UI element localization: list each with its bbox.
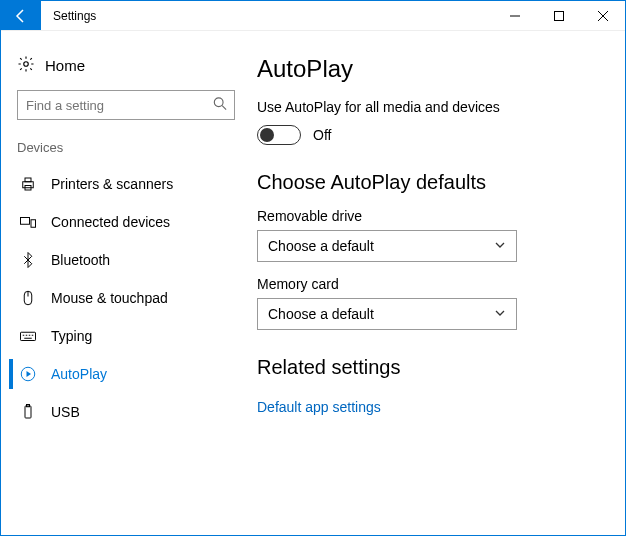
svg-rect-0 bbox=[555, 11, 564, 20]
sidebar-item-typing[interactable]: Typing bbox=[9, 317, 243, 355]
sidebar-nav: Printers & scanners Connected devices Bl… bbox=[9, 165, 243, 431]
search-wrap bbox=[17, 90, 235, 120]
settings-window: Settings Home bbox=[0, 0, 626, 536]
removable-drive-label: Removable drive bbox=[257, 208, 595, 224]
related-settings-heading: Related settings bbox=[257, 356, 595, 379]
page-title: AutoPlay bbox=[257, 55, 595, 83]
sidebar-item-label: Typing bbox=[51, 328, 92, 344]
titlebar: Settings bbox=[1, 1, 625, 31]
defaults-heading: Choose AutoPlay defaults bbox=[257, 171, 595, 194]
bluetooth-icon bbox=[19, 251, 37, 269]
search-input[interactable] bbox=[17, 90, 235, 120]
main-content: AutoPlay Use AutoPlay for all media and … bbox=[251, 31, 625, 535]
svg-rect-6 bbox=[21, 218, 30, 225]
default-app-settings-link[interactable]: Default app settings bbox=[257, 399, 381, 415]
select-value: Choose a default bbox=[268, 306, 374, 322]
maximize-icon bbox=[554, 11, 564, 21]
use-autoplay-label: Use AutoPlay for all media and devices bbox=[257, 99, 595, 115]
select-value: Choose a default bbox=[268, 238, 374, 254]
search-icon bbox=[213, 97, 227, 114]
sidebar-item-label: USB bbox=[51, 404, 80, 420]
printer-icon bbox=[19, 175, 37, 193]
home-label: Home bbox=[45, 57, 85, 74]
autoplay-toggle[interactable] bbox=[257, 125, 301, 145]
memory-card-label: Memory card bbox=[257, 276, 595, 292]
sidebar: Home Devices Printers & scanners Connect… bbox=[1, 31, 251, 535]
svg-rect-4 bbox=[25, 178, 31, 182]
sidebar-item-bluetooth[interactable]: Bluetooth bbox=[9, 241, 243, 279]
svg-point-2 bbox=[214, 98, 223, 107]
autoplay-icon bbox=[19, 365, 37, 383]
connected-devices-icon bbox=[19, 213, 37, 231]
sidebar-item-label: Mouse & touchpad bbox=[51, 290, 168, 306]
usb-icon bbox=[19, 403, 37, 421]
chevron-down-icon bbox=[494, 306, 506, 322]
svg-rect-7 bbox=[31, 220, 36, 228]
keyboard-icon bbox=[19, 327, 37, 345]
toggle-knob bbox=[260, 128, 274, 142]
svg-point-1 bbox=[24, 62, 29, 67]
sidebar-item-label: Connected devices bbox=[51, 214, 170, 230]
window-title: Settings bbox=[41, 1, 108, 30]
gear-icon bbox=[17, 55, 35, 76]
back-button[interactable] bbox=[1, 1, 41, 30]
mouse-icon bbox=[19, 289, 37, 307]
sidebar-item-label: Printers & scanners bbox=[51, 176, 173, 192]
close-icon bbox=[598, 11, 608, 21]
sidebar-item-label: Bluetooth bbox=[51, 252, 110, 268]
sidebar-item-usb[interactable]: USB bbox=[9, 393, 243, 431]
body: Home Devices Printers & scanners Connect… bbox=[1, 31, 625, 535]
removable-drive-select[interactable]: Choose a default bbox=[257, 230, 517, 262]
sidebar-item-label: AutoPlay bbox=[51, 366, 107, 382]
minimize-button[interactable] bbox=[493, 1, 537, 30]
memory-card-select[interactable]: Choose a default bbox=[257, 298, 517, 330]
home-button[interactable]: Home bbox=[9, 49, 243, 90]
svg-rect-10 bbox=[21, 332, 36, 340]
minimize-icon bbox=[510, 11, 520, 21]
svg-rect-12 bbox=[25, 406, 31, 418]
sidebar-item-connected-devices[interactable]: Connected devices bbox=[9, 203, 243, 241]
sidebar-item-printers[interactable]: Printers & scanners bbox=[9, 165, 243, 203]
toggle-state-label: Off bbox=[313, 127, 331, 143]
svg-rect-3 bbox=[23, 182, 34, 188]
close-button[interactable] bbox=[581, 1, 625, 30]
chevron-down-icon bbox=[494, 238, 506, 254]
autoplay-toggle-row: Off bbox=[257, 125, 595, 145]
sidebar-section-header: Devices bbox=[9, 136, 243, 165]
window-controls bbox=[493, 1, 625, 30]
maximize-button[interactable] bbox=[537, 1, 581, 30]
sidebar-item-autoplay[interactable]: AutoPlay bbox=[9, 355, 243, 393]
sidebar-item-mouse[interactable]: Mouse & touchpad bbox=[9, 279, 243, 317]
arrow-left-icon bbox=[13, 8, 29, 24]
